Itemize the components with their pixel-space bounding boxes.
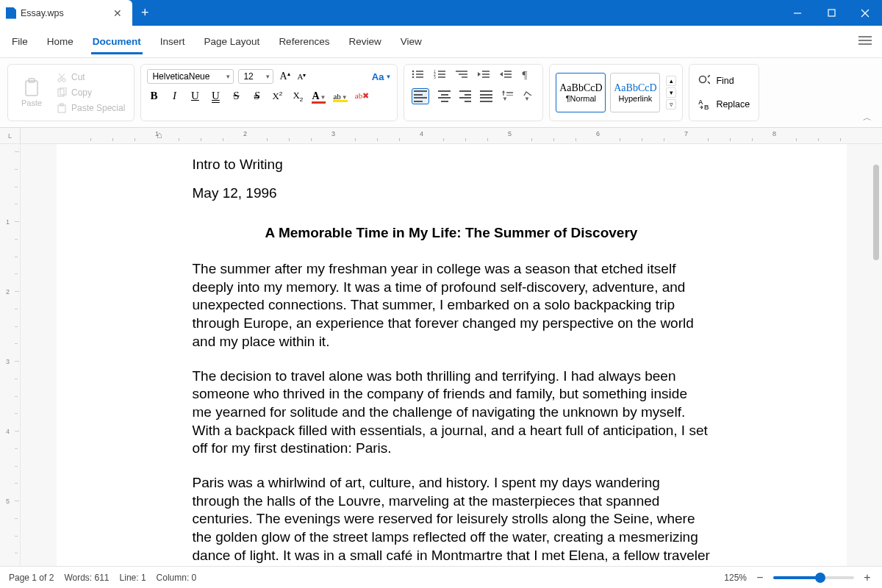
menu-page-layout[interactable]: Page Layout — [203, 29, 262, 54]
font-color-button[interactable]: A▼ — [312, 90, 326, 102]
doc-paragraph: Paris was a whirlwind of art, culture, a… — [193, 474, 711, 566]
close-tab-icon[interactable]: ✕ — [110, 7, 125, 19]
strikethrough-button[interactable]: S — [229, 90, 243, 102]
align-left-button[interactable] — [412, 88, 429, 104]
zoom-in-button[interactable]: + — [861, 571, 873, 584]
bullets-button[interactable] — [412, 69, 425, 81]
svg-rect-1 — [828, 10, 835, 16]
doc-date: May 12, 1996 — [193, 184, 711, 203]
numbering-button[interactable]: 123 — [434, 69, 447, 81]
document-tab[interactable]: Essay.wps ✕ — [0, 0, 132, 26]
svg-text:3: 3 — [434, 75, 436, 79]
subscript-button[interactable]: X2 — [291, 90, 304, 103]
italic-button[interactable]: I — [168, 90, 181, 102]
paste-special-icon — [57, 103, 67, 113]
multilevel-list-button[interactable] — [456, 69, 469, 81]
increase-indent-button[interactable] — [500, 69, 513, 81]
vertical-ruler[interactable]: 123456 — [0, 144, 21, 566]
chevron-down-icon: ▾ — [266, 73, 270, 80]
page-scroll[interactable]: Intro to Writing May 12, 1996 A Memorabl… — [21, 144, 882, 566]
ruler: L ⌂ 12345678 — [0, 128, 882, 144]
status-words: Words: 611 — [64, 573, 109, 583]
doc-paragraph: The decision to travel alone was both th… — [193, 368, 711, 458]
doc-title: A Memorable Time in My Life: The Summer … — [193, 224, 711, 243]
menu-review[interactable]: Review — [347, 29, 382, 54]
styles-down-button[interactable]: ▾ — [666, 87, 676, 98]
paragraph-marks-button[interactable]: ¶ — [522, 69, 535, 81]
menu-references[interactable]: References — [277, 29, 331, 54]
menu-view[interactable]: View — [399, 29, 423, 54]
collapse-ribbon-button[interactable]: ︿ — [863, 112, 872, 124]
menu-document[interactable]: Document — [91, 29, 143, 54]
svg-line-48 — [708, 75, 710, 77]
font-group: HelveticaNeue▾ 12▾ A▴ A▾ Aa▼ B I U U S S… — [140, 64, 398, 121]
svg-point-21 — [412, 76, 415, 79]
svg-point-19 — [412, 74, 415, 76]
zoom-level: 125% — [724, 573, 747, 583]
bold-button[interactable]: B — [147, 90, 160, 102]
copy-button[interactable]: Copy — [54, 86, 128, 99]
svg-rect-7 — [26, 81, 37, 96]
superscript-button[interactable]: X2 — [270, 90, 284, 102]
menu-insert[interactable]: Insert — [159, 29, 187, 54]
copy-icon — [57, 87, 67, 98]
hamburger-icon[interactable] — [858, 35, 872, 48]
decrease-indent-button[interactable] — [478, 69, 491, 81]
status-column: Column: 0 — [157, 573, 197, 583]
svg-marker-32 — [478, 72, 481, 76]
maximize-button[interactable] — [814, 0, 848, 26]
paste-special-button[interactable]: Paste Special — [54, 101, 128, 115]
doc-paragraph: The summer after my freshman year in col… — [193, 260, 711, 351]
document-icon — [6, 7, 16, 19]
double-strikethrough-button[interactable]: S — [250, 90, 263, 102]
close-window-button[interactable] — [848, 0, 882, 26]
page[interactable]: Intro to Writing May 12, 1996 A Memorabl… — [57, 144, 847, 566]
zoom-slider[interactable] — [773, 576, 854, 579]
style-normal[interactable]: AaBbCcD ¶Normal — [556, 73, 606, 112]
svg-text:B: B — [704, 104, 709, 110]
svg-point-17 — [412, 71, 415, 73]
align-center-button[interactable] — [438, 90, 451, 102]
document-canvas: 123456 Intro to Writing May 12, 1996 A M… — [0, 144, 882, 566]
svg-text:A: A — [698, 98, 703, 106]
styles-group: AaBbCcD ¶Normal AaBbCcD Hyperlink ▴ ▾ ▿ — [549, 64, 683, 121]
align-right-button[interactable] — [459, 90, 472, 102]
status-line: Line: 1 — [120, 573, 146, 583]
justify-button[interactable] — [480, 90, 492, 102]
cut-icon — [57, 72, 67, 82]
styles-more-button[interactable]: ▿ — [666, 99, 676, 110]
vertical-scrollbar[interactable] — [872, 165, 881, 551]
font-name-select[interactable]: HelveticaNeue▾ — [147, 69, 234, 84]
svg-marker-36 — [500, 72, 503, 76]
zoom-knob[interactable] — [815, 573, 825, 583]
grow-font-button[interactable]: A▴ — [278, 71, 291, 82]
new-tab-button[interactable]: + — [132, 5, 158, 21]
paragraph-group: 123 ¶ ▼ ▼ — [404, 64, 543, 121]
style-hyperlink[interactable]: AaBbCcD Hyperlink — [610, 73, 660, 112]
double-underline-button[interactable]: U — [209, 90, 222, 102]
highlight-button[interactable]: ab▼ — [333, 92, 347, 101]
underline-button[interactable]: U — [188, 90, 201, 102]
chevron-down-icon: ▼ — [385, 74, 391, 80]
menu-home[interactable]: Home — [46, 29, 75, 54]
paste-icon — [24, 78, 40, 97]
line-spacing-button[interactable]: ▼ — [501, 90, 514, 102]
shrink-font-button[interactable]: A▾ — [296, 72, 308, 81]
menu-file[interactable]: File — [10, 29, 29, 54]
clear-format-button[interactable]: ab✖ — [355, 91, 369, 101]
status-page: Page 1 of 2 — [9, 573, 54, 583]
font-size-select[interactable]: 12▾ — [238, 69, 273, 84]
styles-up-button[interactable]: ▴ — [666, 76, 676, 86]
zoom-out-button[interactable]: − — [754, 571, 766, 584]
horizontal-ruler[interactable]: ⌂ 12345678 — [21, 128, 882, 143]
scrollbar-thumb[interactable] — [873, 165, 879, 260]
character-style-button[interactable]: Aa▼ — [372, 71, 392, 82]
cut-button[interactable]: Cut — [54, 71, 128, 84]
shading-button[interactable]: ▼ — [523, 90, 536, 102]
minimize-button[interactable] — [781, 0, 814, 26]
find-button[interactable]: Find — [695, 74, 753, 88]
paste-button[interactable]: Paste — [14, 69, 49, 116]
svg-marker-41 — [502, 90, 505, 93]
replace-button[interactable]: AB Replace — [695, 97, 753, 112]
ribbon: Paste Cut Copy Paste Special HelveticaNe… — [0, 58, 882, 128]
